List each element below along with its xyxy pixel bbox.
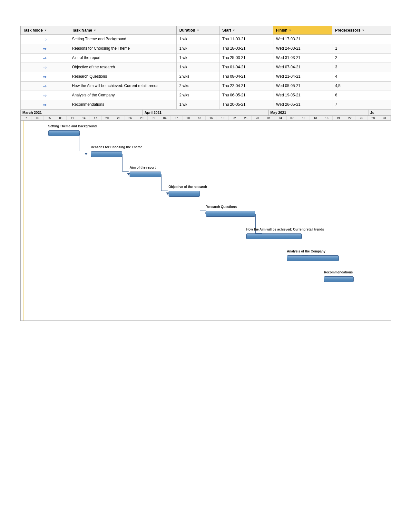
task-name-cell: Research Questions [69, 72, 177, 82]
timeline-date: 05 [44, 116, 55, 120]
th-start: Start ▼ [220, 26, 273, 35]
timeline-date: 07 [171, 116, 182, 120]
sort-arrow-finish[interactable]: ▼ [289, 29, 292, 32]
task-mode-icon: ⇒ [43, 74, 47, 79]
predecessors-cell: 2 [332, 54, 391, 63]
duration-cell: 1 wk [177, 54, 220, 63]
predecessors-cell: 3 [332, 63, 391, 72]
th-task-name: Task Name ▼ [69, 26, 177, 35]
timeline-date: 01 [263, 116, 275, 120]
task-mode-icon: ⇒ [43, 55, 47, 61]
finish-cell: Wed 05-05-21 [273, 82, 332, 91]
task-name-cell: Analysis of the Company [69, 91, 177, 100]
gantt-bar-label: Reasons for Choosing the Theme [91, 145, 142, 149]
finish-cell: Wed 24-03-21 [273, 44, 332, 54]
table-row: ⇒Analysis of the Company2 wksThu 06-05-2… [20, 91, 391, 100]
timeline-date: 23 [113, 116, 125, 120]
task-name-cell: Reasons for Choosing the Theme [69, 44, 177, 54]
th-task-mode: Task Mode ▼ [20, 26, 69, 35]
timeline-date: 7 [21, 116, 32, 120]
timeline-date: 04 [275, 116, 287, 120]
timeline-date: 14 [78, 116, 90, 120]
table-row: ⇒Recommendations1 wkThu 20-05-21Wed 26-0… [20, 100, 391, 110]
task-mode-cell: ⇒ [20, 100, 69, 110]
month-june-partial: Ju [368, 110, 391, 115]
timeline-date: 17 [90, 116, 102, 120]
timeline-date: 25 [356, 116, 367, 120]
gantt-bar [206, 211, 256, 217]
gantt-connector [80, 133, 86, 151]
task-name-cell: Objective of the research [69, 63, 177, 72]
gantt-bar [91, 151, 122, 157]
finish-cell: Wed 26-05-21 [273, 100, 332, 110]
gantt-table: Task Mode ▼ Task Name ▼ Duration ▼ [20, 26, 391, 110]
timeline-date: 01 [148, 116, 159, 120]
duration-cell: 2 wks [177, 82, 220, 91]
gantt-bar [324, 276, 354, 282]
gantt-arrowhead [84, 153, 88, 155]
task-mode-cell: ⇒ [20, 54, 69, 63]
table-row: ⇒Research Questions2 wksThu 08-04-21Wed … [20, 72, 391, 82]
finish-cell: Wed 07-04-21 [273, 63, 332, 72]
timeline-date: 28 [367, 116, 379, 120]
timeline-date: 26 [124, 116, 136, 120]
gantt-bar-label: Setting Theme and Background [48, 124, 97, 128]
timeline-date: 16 [206, 116, 217, 120]
sort-arrow-predecessors[interactable]: ▼ [362, 29, 365, 32]
task-mode-cell: ⇒ [20, 91, 69, 100]
task-name-cell: Setting Theme and Background [69, 35, 177, 44]
gantt-gold-line [24, 121, 24, 320]
task-mode-cell: ⇒ [20, 82, 69, 91]
gantt-bar-label: Objective of the research [169, 185, 207, 189]
gantt-chart: Setting Theme and BackgroundReasons for … [21, 121, 391, 320]
table-row: ⇒Setting Theme and Background1 wkThu 11-… [20, 35, 391, 44]
start-cell: Thu 25-03-21 [220, 54, 273, 63]
month-april: April 2021 [142, 110, 268, 115]
th-predecessors: Predecessors ▼ [332, 26, 391, 35]
sort-arrow-task-name[interactable]: ▼ [93, 29, 96, 32]
sort-arrow-start[interactable]: ▼ [232, 29, 235, 32]
gantt-bar [246, 233, 302, 239]
timeline-date: 16 [321, 116, 333, 120]
th-finish: Finish ▼ [273, 26, 332, 35]
timeline-date: 13 [309, 116, 321, 120]
gantt-bar-label: Aim of the report [130, 166, 156, 169]
finish-cell: Wed 17-03-21 [273, 35, 332, 44]
gantt-container: Task Mode ▼ Task Name ▼ Duration ▼ [20, 26, 391, 321]
task-mode-cell: ⇒ [20, 35, 69, 44]
start-cell: Thu 20-05-21 [220, 100, 273, 110]
predecessors-cell: 4,5 [332, 82, 391, 91]
task-mode-cell: ⇒ [20, 44, 69, 54]
sort-arrow-task-mode[interactable]: ▼ [44, 29, 47, 32]
duration-cell: 2 wks [177, 91, 220, 100]
task-mode-icon: ⇒ [43, 65, 47, 70]
duration-cell: 1 wk [177, 44, 220, 54]
timeline-date: 31 [379, 116, 391, 120]
gantt-bar-label: Research Questions [206, 205, 237, 209]
finish-cell: Wed 31-03-21 [273, 54, 332, 63]
task-mode-icon: ⇒ [43, 93, 47, 98]
gantt-connector [161, 174, 168, 191]
timeline-date: 28 [252, 116, 263, 120]
task-name-cell: Recommendations [69, 100, 177, 110]
gantt-connector [122, 154, 129, 172]
timeline-date: 20 [102, 116, 113, 120]
table-row: ⇒Reasons for Choosing the Theme1 wkThu 1… [20, 44, 391, 54]
start-cell: Thu 18-03-21 [220, 44, 273, 54]
timeline-month-header: March 2021 April 2021 May 2021 Ju [21, 110, 391, 116]
gantt-bar [130, 172, 161, 177]
predecessors-cell: 1 [332, 44, 391, 54]
start-cell: Thu 01-04-21 [220, 63, 273, 72]
timeline-date: 10 [182, 116, 194, 120]
sort-arrow-duration[interactable]: ▼ [197, 29, 200, 32]
start-cell: Thu 06-05-21 [220, 91, 273, 100]
timeline-date: 19 [217, 116, 229, 120]
gantt-bar-label: How the Aim will be achieved: Current re… [246, 228, 324, 231]
gantt-dashed-line [350, 121, 350, 320]
timeline-date: 22 [229, 116, 240, 120]
timeline-date: 10 [298, 116, 310, 120]
gantt-bar [169, 191, 200, 197]
timeline-date: 08 [55, 116, 67, 120]
duration-cell: 1 wk [177, 63, 220, 72]
table-row: ⇒How the Aim will be achieved: Current r… [20, 82, 391, 91]
